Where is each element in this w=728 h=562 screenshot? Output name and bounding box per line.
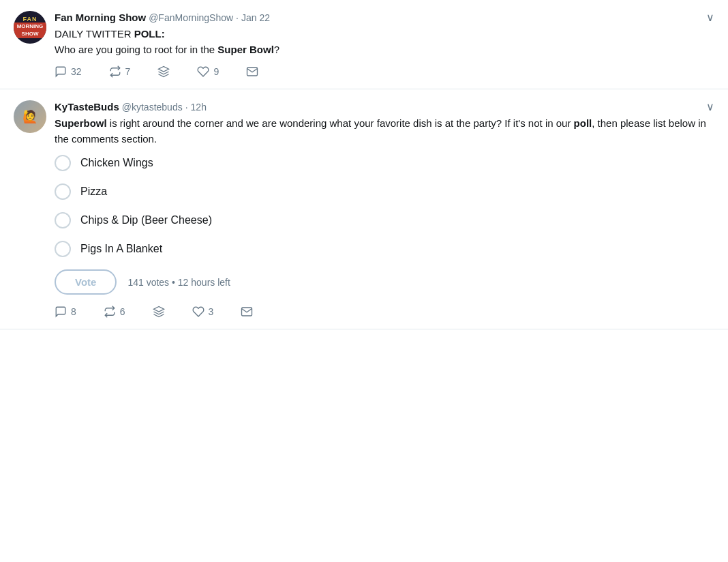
time-left: 12 hours left bbox=[178, 277, 230, 288]
avatar: FAN MORNINGSHOW bbox=[14, 11, 46, 44]
tweet-2-body: Superbowl is right around the corner and… bbox=[55, 116, 714, 147]
poll-label-1: Chicken Wings bbox=[80, 157, 153, 169]
poll-option-2: Pizza bbox=[55, 183, 714, 200]
reply-count-2: 8 bbox=[71, 306, 76, 317]
tweet-2-content: KyTasteBuds @kytastebuds · 12h ∨ Superbo… bbox=[55, 100, 714, 318]
like-count-1: 9 bbox=[213, 66, 219, 77]
layers-icon-2 bbox=[153, 306, 165, 318]
tweet-1-line2: Who are you going to root for in the Sup… bbox=[55, 44, 279, 55]
mail-icon-2 bbox=[241, 306, 253, 318]
retweet-count-1: 7 bbox=[125, 66, 131, 77]
retweet-icon-1 bbox=[109, 65, 121, 78]
tweet-1-meta: Fan Morning Show @FanMorningShow · Jan 2… bbox=[55, 12, 270, 23]
reply-count-1: 32 bbox=[71, 66, 82, 77]
heart-icon-2 bbox=[192, 306, 204, 318]
radio-option-3[interactable] bbox=[55, 212, 71, 228]
tweet-1-header: Fan Morning Show @FanMorningShow · Jan 2… bbox=[55, 11, 714, 24]
tweet-2-avatar-container: 🙋 bbox=[14, 100, 46, 318]
poll-label-3: Chips & Dip (Beer Cheese) bbox=[80, 214, 212, 226]
dot-2: · bbox=[185, 102, 188, 113]
tweet-2: 🙋 KyTasteBuds @kytastebuds · 12h ∨ Super… bbox=[0, 89, 728, 329]
display-name-1: Fan Morning Show bbox=[55, 12, 146, 23]
radio-option-4[interactable] bbox=[55, 241, 71, 257]
vote-section: Vote 141 votes • 12 hours left bbox=[55, 269, 714, 295]
retweet-action-2[interactable]: 6 bbox=[104, 306, 125, 318]
chevron-down-icon-1[interactable]: ∨ bbox=[706, 11, 714, 24]
poll-option-1: Chicken Wings bbox=[55, 155, 714, 171]
mail-action-1[interactable] bbox=[246, 65, 258, 78]
tweet-1: FAN MORNINGSHOW Fan Morning Show @FanMor… bbox=[0, 0, 728, 89]
poll-option-3: Chips & Dip (Beer Cheese) bbox=[55, 212, 714, 228]
layers-action-1[interactable] bbox=[157, 65, 170, 78]
radio-option-2[interactable] bbox=[55, 183, 71, 200]
like-action-1[interactable]: 9 bbox=[197, 65, 219, 78]
reply-action-2[interactable]: 8 bbox=[55, 306, 76, 318]
tweet-2-bold-superbowl: Superbowl bbox=[55, 117, 107, 129]
chevron-down-icon-2[interactable]: ∨ bbox=[706, 100, 714, 113]
tweet-1-avatar-container: FAN MORNINGSHOW bbox=[14, 11, 46, 78]
poll-option-4: Pigs In A Blanket bbox=[55, 241, 714, 257]
tweet-2-bold-poll: poll bbox=[574, 117, 592, 129]
like-count-2: 3 bbox=[209, 306, 214, 317]
tweet-1-actions: 32 7 bbox=[55, 65, 714, 78]
screen-name-1: @FanMorningShow bbox=[149, 12, 233, 23]
retweet-action-1[interactable]: 7 bbox=[109, 65, 131, 78]
tweet-1-content: Fan Morning Show @FanMorningShow · Jan 2… bbox=[55, 11, 714, 78]
tweet-2-meta: KyTasteBuds @kytastebuds · 12h bbox=[55, 101, 207, 113]
reply-action-1[interactable]: 32 bbox=[55, 65, 82, 78]
dot-1: · bbox=[236, 12, 239, 23]
timestamp-1: Jan 22 bbox=[241, 12, 270, 23]
tweet-2-header: KyTasteBuds @kytastebuds · 12h ∨ bbox=[55, 100, 714, 113]
radio-option-1[interactable] bbox=[55, 155, 71, 171]
reply-icon-1 bbox=[55, 65, 67, 78]
reply-icon-2 bbox=[55, 306, 67, 318]
retweet-count-2: 6 bbox=[120, 306, 125, 317]
tweet-1-body: DAILY TWITTER POLL: Who are you going to… bbox=[55, 27, 714, 57]
timestamp-2: 12h bbox=[191, 102, 207, 113]
mail-icon-1 bbox=[246, 65, 258, 78]
display-name-2: KyTasteBuds bbox=[55, 101, 119, 113]
avatar-2: 🙋 bbox=[14, 100, 46, 133]
layers-icon-1 bbox=[157, 65, 170, 78]
vote-count: 141 votes bbox=[127, 277, 169, 288]
tweet-1-line1: DAILY TWITTER POLL: bbox=[55, 28, 165, 40]
poll-label-4: Pigs In A Blanket bbox=[80, 243, 162, 255]
vote-info: 141 votes • 12 hours left bbox=[127, 277, 230, 288]
screen-name-2: @kytastebuds bbox=[122, 102, 183, 113]
poll-container: Chicken Wings Pizza Chips & Dip (Beer Ch… bbox=[55, 155, 714, 295]
poll-label-2: Pizza bbox=[80, 186, 107, 198]
retweet-icon-2 bbox=[104, 306, 116, 318]
svg-marker-1 bbox=[153, 307, 164, 312]
like-action-2[interactable]: 3 bbox=[192, 306, 214, 318]
svg-marker-0 bbox=[159, 67, 169, 72]
mail-action-2[interactable] bbox=[241, 306, 253, 318]
tweet-2-actions: 8 6 bbox=[55, 306, 714, 318]
layers-action-2[interactable] bbox=[153, 306, 165, 318]
vote-button[interactable]: Vote bbox=[55, 269, 117, 295]
heart-icon-1 bbox=[197, 65, 209, 78]
